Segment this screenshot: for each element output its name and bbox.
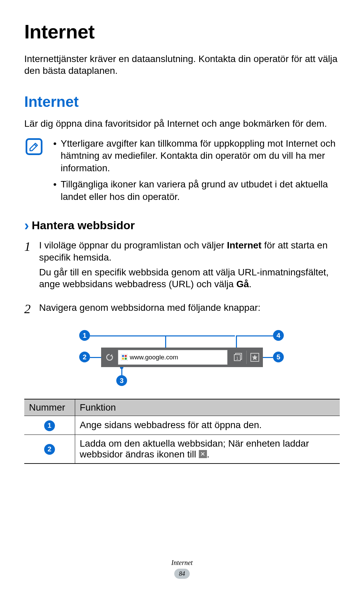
- svg-rect-5: [125, 358, 127, 360]
- url-field[interactable]: www.google.com: [118, 350, 228, 365]
- page-title: Internet: [24, 20, 340, 43]
- svg-text:1: 1: [236, 356, 238, 361]
- callout-line: [236, 335, 237, 349]
- callout-line: [90, 357, 101, 358]
- function-table: Nummer Funktion 1 Ange sidans webbadress…: [24, 399, 340, 464]
- svg-rect-3: [125, 355, 127, 357]
- callout-number: 5: [273, 352, 284, 362]
- step-text: I viloläge öppnar du programlistan och v…: [39, 240, 227, 250]
- footer-page-number: 84: [174, 569, 190, 579]
- browser-address-bar: www.google.com 1: [101, 348, 263, 367]
- windows-icon: 1: [234, 353, 243, 362]
- callout-line: [236, 335, 273, 336]
- windows-button[interactable]: 1: [230, 353, 246, 362]
- table-cell-number: 1: [24, 416, 75, 435]
- callout-number: 2: [79, 352, 90, 362]
- step-number: 1: [24, 239, 39, 293]
- table-row: 1 Ange sidans webbadress för att öppna d…: [24, 416, 340, 435]
- svg-rect-4: [122, 358, 124, 360]
- favicon-icon: [121, 354, 128, 361]
- section-heading: Internet: [24, 93, 340, 110]
- desc-text: Ladda om den aktuella webbsidan; När enh…: [80, 438, 309, 459]
- note-item: • Tillgängliga ikoner kan variera på gru…: [53, 178, 340, 203]
- star-icon: [250, 353, 259, 362]
- callout-line: [90, 335, 235, 336]
- chevron-icon: ›: [24, 218, 29, 233]
- callout-number: 1: [79, 330, 90, 341]
- svg-rect-2: [122, 355, 124, 357]
- browser-toolbar-diagram: www.google.com 1 1 2 3 4 5: [64, 325, 300, 389]
- callout-number: 4: [273, 330, 284, 341]
- desc-text: .: [207, 449, 210, 459]
- subsection-label: Hantera webbsidor: [32, 219, 135, 232]
- number-badge: 1: [44, 420, 55, 431]
- section-intro: Lär dig öppna dina favoritsidor på Inter…: [24, 118, 340, 129]
- callout-line: [165, 335, 166, 349]
- step-1: 1 I viloläge öppnar du programlistan och…: [24, 239, 340, 293]
- table-header-function: Funktion: [75, 399, 340, 416]
- note-icon: [26, 138, 42, 155]
- table-cell-desc: Ange sidans webbadress för att öppna den…: [75, 416, 340, 435]
- step-text: Navigera genom webbsidorna med följande …: [39, 302, 340, 314]
- note-block: • Ytterligare avgifter kan tillkomma för…: [26, 138, 340, 207]
- reload-button[interactable]: [101, 348, 118, 367]
- intro-paragraph: Internettjänster kräver en dataanslutnin…: [24, 53, 340, 77]
- step-body: I viloläge öppnar du programlistan och v…: [39, 239, 340, 293]
- callout-number: 3: [116, 375, 127, 386]
- subsection-heading: › Hantera webbsidor: [24, 218, 340, 233]
- step-bold: Internet: [227, 240, 262, 250]
- bullet-icon: •: [53, 178, 61, 203]
- step-bold: Gå: [236, 279, 249, 289]
- bookmark-button[interactable]: [247, 353, 263, 362]
- table-cell-desc: Ladda om den aktuella webbsidan; När enh…: [75, 435, 340, 464]
- page-footer: Internet 84: [0, 559, 364, 579]
- table-cell-number: 2: [24, 435, 75, 464]
- note-text: Ytterligare avgifter kan tillkomma för u…: [61, 138, 340, 174]
- bullet-icon: •: [53, 138, 61, 174]
- reload-icon: [105, 353, 114, 362]
- url-text: www.google.com: [130, 354, 178, 361]
- pencil-icon: [29, 141, 39, 152]
- note-item: • Ytterligare avgifter kan tillkomma för…: [53, 138, 340, 174]
- step-2: 2 Navigera genom webbsidorna med följand…: [24, 302, 340, 317]
- note-icon-wrap: [26, 138, 46, 207]
- footer-section-name: Internet: [0, 559, 364, 567]
- number-badge: 2: [44, 444, 55, 455]
- cancel-icon: ✕: [199, 450, 207, 458]
- step-number: 2: [24, 302, 39, 317]
- callout-line: [263, 357, 273, 358]
- table-row: 2 Ladda om den aktuella webbsidan; När e…: [24, 435, 340, 464]
- note-list: • Ytterligare avgifter kan tillkomma för…: [46, 138, 340, 207]
- note-text: Tillgängliga ikoner kan variera på grund…: [61, 178, 340, 203]
- table-header-row: Nummer Funktion: [24, 399, 340, 416]
- table-header-number: Nummer: [24, 399, 75, 416]
- step-body: Navigera genom webbsidorna med följande …: [39, 302, 340, 317]
- manual-page: Internet Internettjänster kräver en data…: [0, 0, 364, 597]
- step-text: .: [249, 279, 252, 289]
- step-text: Du går till en specifik webbsida genom a…: [39, 267, 329, 290]
